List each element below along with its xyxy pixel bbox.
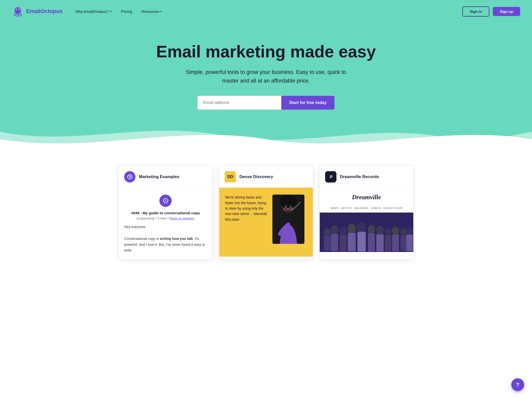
me-icon-wrap — [124, 195, 207, 207]
dr-group-photo — [320, 213, 413, 252]
dr-image-area — [320, 213, 413, 252]
svg-point-0 — [15, 7, 21, 14]
svg-rect-37 — [400, 235, 406, 251]
nav-links: Why EmailOctopus? ▾ Pricing Resources ▾ — [75, 9, 462, 14]
svg-point-11 — [280, 195, 297, 208]
signin-button[interactable]: Sign in — [462, 6, 489, 17]
logo-icon — [12, 5, 24, 17]
svg-rect-35 — [392, 234, 399, 251]
chevron-down-icon: ▾ — [110, 10, 112, 13]
cta-button[interactable]: Start for free today — [281, 96, 334, 110]
nav-resources-link[interactable]: Resources ▾ — [142, 9, 162, 14]
svg-point-36 — [400, 229, 407, 236]
card-title-dr: Dreamville Records — [340, 174, 379, 179]
card-title-dd: Dense Discovery — [239, 174, 273, 179]
svg-rect-21 — [331, 234, 338, 251]
hero-subtitle: Simple, powerful tools to grow your busi… — [182, 68, 350, 85]
svg-point-12 — [285, 205, 287, 208]
hero-section: Email marketing made easy Simple, powerf… — [0, 23, 532, 129]
card-title-me: Marketing Examples — [139, 174, 179, 179]
navbar: EmailOctopus Why EmailOctopus? ▾ Pricing… — [0, 0, 532, 23]
card-logo-dd: DD — [225, 171, 236, 183]
nav-pricing-link[interactable]: Pricing — [121, 9, 132, 14]
marketing-examples-card: Marketing Examples #049 - My guide to co… — [119, 166, 212, 259]
svg-point-30 — [376, 226, 384, 235]
dreamville-records-card: 𝐃 Dreamville Records Dreamville NEWS ART… — [320, 166, 413, 259]
chevron-down-icon-2: ▾ — [160, 10, 162, 13]
signup-button[interactable]: Sign up — [493, 7, 520, 16]
logo-text: EmailOctopus — [26, 8, 63, 15]
svg-rect-29 — [368, 233, 375, 251]
logo-link[interactable]: EmailOctopus — [12, 5, 63, 17]
card-header-dr: 𝐃 Dreamville Records — [320, 166, 413, 188]
svg-point-20 — [331, 225, 338, 234]
card-logo-dr: 𝐃 — [325, 171, 336, 183]
me-post-title: #049 - My guide to conversational copy — [124, 211, 207, 215]
me-post-body: Hey everyone. Conversational copy is wri… — [124, 224, 207, 253]
me-icon — [159, 195, 172, 207]
svg-rect-19 — [324, 236, 330, 250]
svg-point-24 — [348, 224, 356, 233]
nav-actions: Sign in Sign up — [462, 6, 520, 17]
read-on-website-link[interactable]: Read on website — [169, 216, 193, 220]
svg-point-6 — [129, 176, 130, 177]
svg-point-18 — [324, 228, 331, 236]
hero-form: Start for free today — [12, 96, 520, 110]
dd-person-illustration — [272, 195, 304, 244]
svg-rect-25 — [348, 233, 356, 251]
svg-point-32 — [385, 228, 392, 236]
wave-divider — [0, 129, 532, 154]
svg-point-8 — [165, 200, 166, 201]
svg-point-38 — [406, 227, 413, 235]
dense-discovery-card: DD Dense Discovery We're driving faster … — [219, 166, 313, 259]
svg-point-4 — [19, 9, 19, 10]
dr-logo-area: Dreamville — [320, 188, 413, 207]
email-input[interactable] — [198, 96, 281, 110]
card-logo-me — [124, 171, 135, 183]
svg-rect-33 — [385, 235, 391, 251]
card-body-me: #049 - My guide to conversational copy (… — [119, 188, 212, 259]
svg-point-13 — [290, 205, 292, 208]
svg-point-28 — [368, 225, 375, 233]
nav-why-link[interactable]: Why EmailOctopus? ▾ — [75, 9, 112, 14]
me-post-meta: (Copywriting • 3 mins • Read on website) — [124, 216, 207, 220]
dd-figure — [272, 195, 307, 245]
svg-rect-23 — [340, 235, 347, 251]
cards-section: Marketing Examples #049 - My guide to co… — [0, 154, 532, 269]
svg-rect-39 — [406, 234, 413, 251]
dr-logo-text: Dreamville — [326, 194, 407, 201]
dr-nav: NEWS ARTISTS RELEASES VIDEOS EVENTS SHOP — [320, 207, 413, 210]
card-body-dr: Dreamville NEWS ARTISTS RELEASES VIDEOS … — [320, 188, 413, 257]
svg-point-22 — [339, 227, 347, 235]
card-header-dd: DD Dense Discovery — [219, 166, 313, 188]
card-body-dd: We're driving faster and faster into the… — [219, 188, 313, 257]
card-header-me: Marketing Examples — [119, 166, 212, 188]
hero-title: Email marketing made easy — [12, 42, 520, 61]
svg-rect-27 — [357, 232, 366, 251]
svg-rect-31 — [376, 234, 384, 251]
svg-point-34 — [392, 227, 399, 235]
svg-point-3 — [16, 9, 17, 10]
svg-point-26 — [357, 222, 366, 232]
dd-quote: We're driving faster and faster into the… — [225, 195, 267, 222]
